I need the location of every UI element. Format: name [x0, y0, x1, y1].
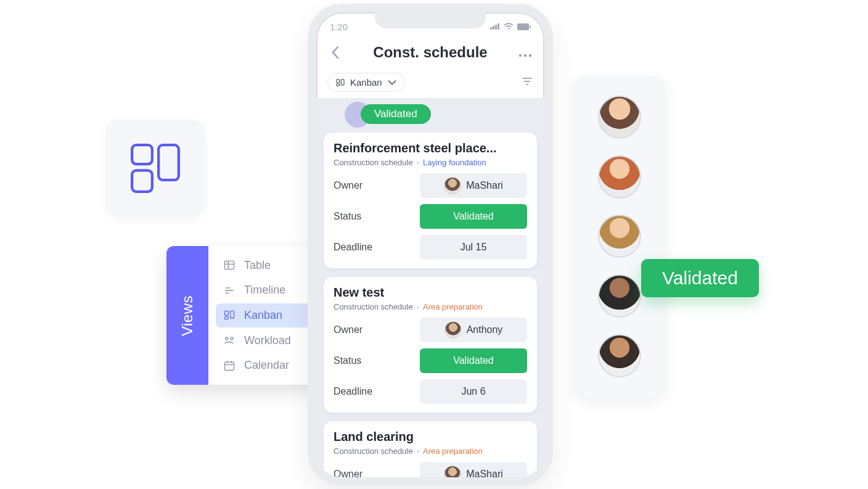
field-owner: Owner Anthony — [334, 318, 527, 342]
field-label: Owner — [334, 469, 362, 477]
phone-notch — [375, 12, 486, 28]
status-value[interactable]: Validated — [420, 348, 527, 373]
breadcrumb: Construction schedule › Area preparation — [334, 302, 527, 311]
views-strip-label: Views — [179, 295, 196, 335]
field-label: Status — [334, 355, 361, 366]
field-label: Deadline — [334, 242, 372, 253]
svg-rect-13 — [497, 23, 499, 30]
kanban-card[interactable]: Reinforcement steel place... Constructio… — [324, 133, 537, 268]
svg-rect-20 — [337, 84, 340, 86]
screen-subbar: Kanban — [316, 69, 544, 98]
svg-rect-4 — [225, 311, 229, 316]
field-label: Owner — [334, 324, 362, 335]
svg-point-18 — [529, 54, 531, 57]
svg-point-16 — [519, 54, 522, 57]
field-status: Status Validated — [334, 348, 527, 373]
avatar — [444, 177, 461, 194]
views-item-label: Table — [244, 259, 271, 272]
avatar[interactable] — [598, 96, 641, 139]
views-panel: Views Table Timeline Kanban Workload Cal… — [166, 246, 330, 385]
status-value[interactable]: Validated — [420, 204, 527, 229]
breadcrumb-root: Construction schedule — [334, 302, 413, 311]
battery-icon — [517, 23, 531, 30]
breadcrumb-leaf[interactable]: Laying foundation — [423, 158, 486, 167]
svg-rect-15 — [530, 25, 531, 28]
avatar — [444, 321, 462, 339]
field-label: Owner — [334, 180, 362, 191]
views-item-kanban[interactable]: Kanban — [216, 303, 323, 327]
breadcrumb-root: Construction schedule — [334, 446, 413, 456]
svg-rect-10 — [490, 27, 492, 30]
views-item-label: Kanban — [244, 309, 282, 322]
statusbar-time: 1:20 — [330, 22, 348, 32]
card-title: New test — [334, 286, 527, 300]
deadline-value[interactable]: Jul 15 — [420, 235, 527, 260]
views-item-timeline[interactable]: Timeline — [216, 279, 323, 303]
field-owner: Owner MaShari — [334, 173, 527, 198]
owner-name: MaShari — [466, 469, 503, 477]
svg-rect-9 — [225, 362, 234, 370]
svg-point-17 — [524, 54, 526, 57]
field-label: Deadline — [334, 386, 372, 397]
filter-button[interactable] — [521, 75, 533, 90]
avatar[interactable] — [598, 215, 641, 258]
field-label: Status — [334, 211, 361, 222]
avatar[interactable] — [598, 155, 641, 199]
statusbar-indicators — [490, 23, 531, 30]
svg-rect-12 — [495, 25, 497, 30]
svg-rect-6 — [231, 311, 234, 319]
field-deadline: Deadline Jun 6 — [334, 379, 527, 404]
card-title: Land clearing — [334, 430, 527, 444]
kanban-icon — [129, 142, 182, 195]
field-status: Status Validated — [334, 204, 527, 229]
owner-value[interactable]: Anthony — [420, 318, 527, 342]
breadcrumb-root: Construction schedule — [334, 158, 413, 167]
views-item-workload[interactable]: Workload — [216, 329, 323, 353]
kanban-layout-tile — [106, 119, 205, 218]
chevron-left-icon — [331, 46, 340, 59]
views-item-label: Calendar — [244, 359, 289, 372]
svg-rect-3 — [225, 261, 234, 269]
breadcrumb-leaf[interactable]: Area preparation — [423, 446, 483, 456]
views-item-label: Workload — [244, 334, 291, 347]
svg-rect-0 — [132, 145, 152, 164]
people-panel — [573, 75, 666, 398]
kanban-card[interactable]: Land clearing Construction schedule › Ar… — [324, 421, 537, 477]
kanban-icon — [223, 309, 235, 321]
svg-rect-14 — [517, 23, 529, 30]
chevron-right-icon: › — [417, 302, 419, 311]
kanban-card[interactable]: New test Construction schedule › Area pr… — [324, 277, 537, 413]
avatar[interactable] — [598, 274, 641, 318]
field-deadline: Deadline Jul 15 — [334, 235, 527, 260]
owner-value[interactable]: MaShari — [420, 462, 527, 477]
workload-icon — [223, 334, 235, 347]
owner-name: Anthony — [467, 324, 503, 335]
timeline-icon — [223, 284, 235, 297]
chevron-down-icon — [387, 78, 397, 88]
owner-name: MaShari — [466, 180, 503, 191]
more-button[interactable] — [517, 44, 533, 61]
views-item-calendar[interactable]: Calendar — [216, 353, 323, 377]
svg-rect-1 — [132, 170, 152, 191]
status-badge: Validated — [641, 259, 759, 297]
screen-header: Const. schedule — [316, 36, 544, 69]
views-strip: Views — [166, 246, 208, 385]
field-owner: Owner MaShari — [334, 462, 527, 477]
table-icon — [223, 259, 235, 271]
back-button[interactable] — [327, 44, 343, 60]
svg-point-8 — [231, 337, 233, 340]
avatar[interactable] — [598, 334, 641, 377]
phone-mockup: 1:20 Const. schedule Kanban — [308, 4, 553, 486]
signal-icon — [490, 23, 500, 30]
svg-rect-5 — [225, 317, 229, 319]
svg-rect-19 — [337, 79, 340, 82]
view-selector[interactable]: Kanban — [327, 73, 405, 92]
page-title: Const. schedule — [350, 44, 511, 61]
owner-value[interactable]: MaShari — [420, 173, 527, 198]
views-item-table[interactable]: Table — [216, 253, 323, 277]
column-header: Validated — [347, 104, 537, 124]
breadcrumb-leaf[interactable]: Area preparation — [423, 302, 483, 311]
deadline-value[interactable]: Jun 6 — [420, 379, 527, 404]
more-horizontal-icon — [518, 54, 532, 57]
card-title: Reinforcement steel place... — [334, 141, 527, 155]
